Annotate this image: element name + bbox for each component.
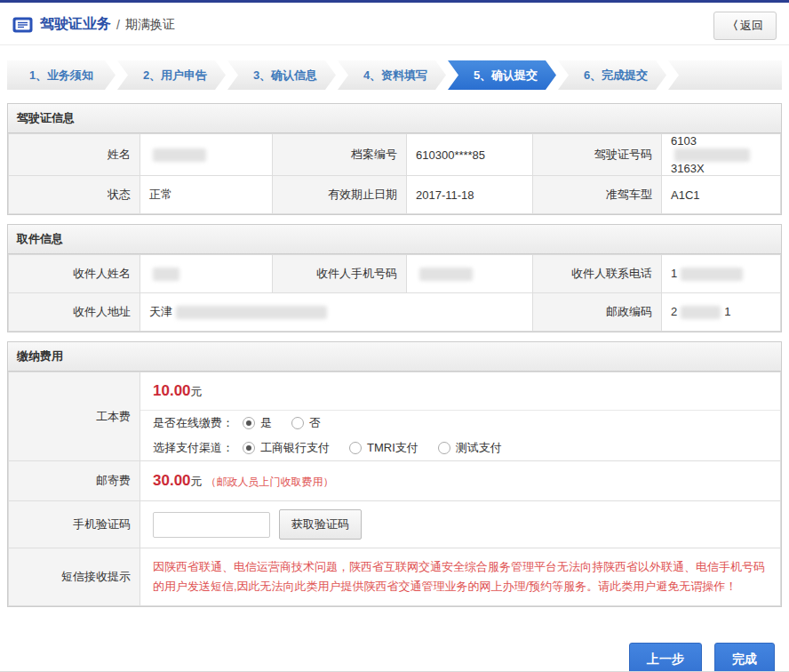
step-wizard: 1、业务须知 2、用户申告 3、确认信息 4、资料填写 5、确认提交 6、完成提…: [7, 60, 782, 90]
radio-unselected-icon: [291, 417, 304, 429]
status-value: 正常: [140, 176, 273, 214]
step-label: 3、确认信息: [253, 68, 317, 84]
radio-channel-test[interactable]: 测试支付: [438, 440, 502, 456]
online-pay-label: 是否在线缴费：: [153, 415, 234, 431]
radio-unselected-icon: [438, 442, 450, 454]
step-4-fill-data: 4、资料填写: [338, 60, 446, 90]
license-number-label: 驾驶证号码: [533, 134, 662, 176]
header: 驾驶证业务 / 期满换证 〈返回: [0, 3, 789, 45]
table-row: 短信接收提示 因陕西省联通、电信运营商技术问题，陕西省互联网交通安全综合服务管理…: [9, 548, 781, 606]
license-number-suffix: 3163X: [671, 162, 705, 175]
sms-code-input[interactable]: [153, 512, 270, 538]
table-row: 收件人姓名 收件人手机号码 收件人联系电话 1: [9, 255, 781, 293]
recipient-mobile-value: [407, 255, 533, 293]
production-fee-content: 10.00元 是否在线缴费： 是 否 选择支付渠道： 工商银行支付 TMRI支付…: [140, 372, 781, 461]
pickup-info-section: 取件信息 收件人姓名 收件人手机号码 收件人联系电话 1 收件人地址 天津 邮政…: [7, 224, 782, 332]
recipient-phone-prefix: 1: [671, 267, 677, 280]
recipient-name-label: 收件人姓名: [9, 255, 140, 293]
yuan-unit: 元: [191, 385, 203, 398]
status-label: 状态: [9, 176, 140, 214]
mail-fee-amount-row: 30.00元（邮政人员上门收取费用）: [140, 461, 780, 500]
radio-unselected-icon: [349, 442, 362, 454]
step-5-confirm-submit-active: 5、确认提交: [448, 60, 556, 90]
production-fee-label: 工本费: [9, 372, 140, 461]
table-row: 手机验证码 获取验证码: [9, 501, 781, 548]
file-number-value: 610300****85: [407, 134, 533, 176]
breadcrumb-current: 期满换证: [125, 17, 175, 33]
redacted-value: [176, 306, 327, 319]
table-row: 收件人地址 天津 邮政编码 21: [9, 293, 781, 332]
page: 驾驶证业务 / 期满换证 〈返回 1、业务须知 2、用户申告 3、确认信息 4、…: [0, 0, 789, 672]
license-number-prefix: 6103: [671, 134, 697, 148]
expiry-value: 2017-11-18: [407, 176, 533, 214]
table-row: 工本费 10.00元 是否在线缴费： 是 否 选择支付渠道： 工商银行支付 TM…: [9, 372, 781, 461]
section-title: 驾驶证信息: [8, 104, 781, 133]
step-6-complete-submit: 6、完成提交: [558, 60, 666, 90]
mail-fee-content: 30.00元（邮政人员上门收取费用）: [140, 461, 781, 501]
step-label: 5、确认提交: [474, 68, 538, 84]
radio-online-yes[interactable]: 是: [243, 415, 272, 431]
section-title: 缴纳费用: [8, 342, 781, 372]
pickup-info-table: 收件人姓名 收件人手机号码 收件人联系电话 1 收件人地址 天津 邮政编码 21: [8, 254, 781, 332]
radio-channel-icbc[interactable]: 工商银行支付: [243, 440, 330, 456]
recipient-address-value: 天津: [140, 293, 533, 332]
mail-fee-amount: 30.00: [153, 472, 191, 489]
license-info-section: 驾驶证信息 姓名 档案编号 610300****85 驾驶证号码 6103316…: [7, 103, 782, 215]
yuan-unit: 元: [191, 475, 203, 488]
redacted-value: [681, 268, 743, 281]
sms-tip-label: 短信接收提示: [9, 548, 140, 606]
sms-tip-text: 因陕西省联通、电信运营商技术问题，陕西省互联网交通安全综合服务管理平台无法向持陕…: [140, 548, 780, 605]
postal-suffix: 1: [724, 305, 730, 318]
finish-button[interactable]: 完成: [714, 643, 775, 672]
redacted-value: [419, 268, 473, 281]
radio-online-no[interactable]: 否: [291, 415, 321, 431]
step-label: 4、资料填写: [363, 68, 427, 84]
back-button[interactable]: 〈返回: [713, 12, 777, 40]
license-info-table: 姓名 档案编号 610300****85 驾驶证号码 61033163X 状态 …: [8, 133, 781, 214]
name-label: 姓名: [9, 134, 140, 176]
table-row: 姓名 档案编号 610300****85 驾驶证号码 61033163X: [9, 134, 781, 176]
expiry-label: 有效期止日期: [273, 176, 407, 214]
breadcrumb-divider: /: [116, 18, 120, 32]
back-button-label: 返回: [740, 19, 763, 32]
payment-fees-section: 缴纳费用 工本费 10.00元 是否在线缴费： 是 否 选择支付渠道： 工商银行…: [7, 341, 782, 607]
name-value: [140, 134, 273, 176]
radio-channel-tmri[interactable]: TMRI支付: [349, 440, 418, 456]
radio-label: 否: [309, 415, 321, 431]
sms-code-content: 获取验证码: [140, 501, 781, 548]
file-number-label: 档案编号: [273, 134, 407, 176]
payment-fees-table: 工本费 10.00元 是否在线缴费： 是 否 选择支付渠道： 工商银行支付 TM…: [8, 372, 781, 606]
online-pay-row: 是否在线缴费： 是 否: [140, 411, 780, 436]
recipient-phone-label: 收件人联系电话: [533, 255, 662, 293]
sms-code-row: 获取验证码: [140, 501, 780, 548]
step-label: 2、用户申告: [143, 68, 207, 84]
get-code-button[interactable]: 获取验证码: [279, 509, 362, 540]
payment-channel-row: 选择支付渠道： 工商银行支付 TMRI支付 测试支付: [140, 436, 780, 460]
mail-fee-label: 邮寄费: [9, 461, 140, 501]
step-2-user-declaration: 2、用户申告: [117, 60, 226, 90]
footer-actions: 上一步 完成: [0, 616, 789, 672]
radio-label: 工商银行支付: [260, 440, 330, 456]
step-label: 1、业务须知: [29, 68, 93, 84]
redacted-value: [153, 148, 206, 162]
previous-step-button[interactable]: 上一步: [629, 643, 702, 672]
postal-code-label: 邮政编码: [533, 293, 662, 332]
redacted-value: [681, 306, 721, 319]
radio-label: 是: [260, 415, 272, 431]
sms-tip-content: 因陕西省联通、电信运营商技术问题，陕西省互联网交通安全综合服务管理平台无法向持陕…: [140, 548, 781, 606]
chevron-left-icon: 〈: [727, 19, 738, 32]
redacted-value: [153, 268, 179, 281]
vehicle-class-value: A1C1: [662, 176, 781, 214]
address-prefix: 天津: [149, 305, 172, 318]
table-row: 邮寄费 30.00元（邮政人员上门收取费用）: [9, 461, 781, 501]
sms-code-label: 手机验证码: [9, 501, 140, 548]
license-number-value: 61033163X: [662, 134, 781, 176]
vehicle-class-label: 准驾车型: [533, 176, 662, 214]
step-bar-filler: [668, 60, 782, 90]
redacted-value: [674, 148, 750, 162]
table-row: 状态 正常 有效期止日期 2017-11-18 准驾车型 A1C1: [9, 176, 781, 214]
recipient-address-label: 收件人地址: [9, 293, 140, 332]
radio-selected-icon: [243, 442, 255, 454]
payment-channel-label: 选择支付渠道：: [153, 440, 234, 456]
step-3-confirm-info: 3、确认信息: [227, 60, 336, 90]
